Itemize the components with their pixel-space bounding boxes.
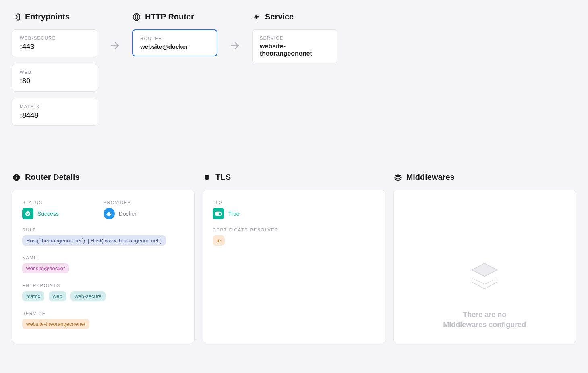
layers-icon (393, 173, 402, 182)
tls-text: True (228, 210, 239, 217)
router-value: website@docker (140, 43, 209, 50)
entrypoint-card-matrix[interactable]: MATRIX :8448 (12, 98, 97, 126)
shield-icon (203, 173, 211, 182)
entrypoints-header: Entrypoints (12, 12, 97, 21)
tls-header: TLS (203, 173, 385, 182)
router-label: ROUTER (140, 36, 209, 41)
service-label: SERVICE (260, 35, 330, 40)
empty-message: There are no Middlewares configured (443, 310, 526, 330)
http-router-column: HTTP Router ROUTER website@docker (132, 12, 217, 63)
entrypoint-label: WEB-SECURE (20, 35, 90, 40)
resolver-chip[interactable]: le (213, 235, 225, 246)
details-row: Router Details STATUS Success PROVIDER (12, 173, 576, 343)
svg-point-15 (219, 213, 221, 215)
layers-empty-icon (466, 260, 503, 298)
info-icon (12, 173, 21, 182)
svg-marker-16 (394, 174, 401, 177)
router-card[interactable]: ROUTER website@docker (132, 29, 217, 56)
service-card[interactable]: SERVICE website-theorangeonenet (252, 29, 337, 63)
rule-label: RULE (22, 227, 184, 232)
provider-label: PROVIDER (104, 200, 185, 205)
svg-rect-10 (108, 213, 109, 214)
arrow-2 (217, 12, 252, 52)
entrypoint-value: :443 (20, 43, 90, 51)
svg-marker-17 (472, 263, 497, 276)
tls-panel: TLS TLS True CERTIFICATE RESOLVER le (203, 173, 385, 343)
arrow-right-icon (110, 40, 120, 52)
service-value: website-theorangeonenet (260, 43, 330, 57)
docker-icon (104, 208, 115, 219)
globe-icon (132, 13, 141, 21)
status-label: STATUS (22, 200, 104, 205)
entrypoint-chip[interactable]: web (49, 291, 66, 301)
entrypoint-label: MATRIX (20, 104, 90, 109)
entrypoint-label: WEB (20, 70, 90, 75)
entrypoint-card-web[interactable]: WEB :80 (12, 64, 97, 92)
middlewares-panel: Middlewares There are no Middlewares con… (393, 173, 576, 343)
login-icon (12, 13, 21, 21)
tls-body: TLS True CERTIFICATE RESOLVER le (203, 190, 385, 343)
arrow-right-icon (230, 40, 240, 52)
entrypoint-value: :8448 (20, 111, 90, 120)
entrypoints-label: ENTRYPOINTS (22, 283, 184, 288)
svg-rect-13 (109, 212, 110, 213)
arrow-1 (97, 12, 132, 52)
empty-line-1: There are no (443, 310, 526, 320)
tls-label: TLS (213, 200, 375, 205)
middlewares-title: Middlewares (406, 173, 455, 182)
http-router-title: HTTP Router (145, 12, 194, 21)
middlewares-body: There are no Middlewares configured (393, 190, 576, 343)
svg-rect-9 (107, 213, 108, 214)
svg-rect-7 (16, 175, 17, 176)
router-details-header: Router Details (12, 173, 195, 182)
service-column: Service SERVICE website-theorangeonenet (252, 12, 337, 70)
service-label: SERVICE (22, 311, 184, 316)
service-chip[interactable]: website-theorangeonenet (22, 319, 89, 329)
http-router-header: HTTP Router (132, 12, 217, 21)
provider-text: Docker (119, 210, 137, 217)
svg-rect-11 (109, 213, 110, 214)
check-icon (22, 208, 33, 219)
router-details-title: Router Details (25, 173, 80, 182)
middlewares-empty-state: There are no Middlewares configured (404, 200, 566, 333)
bolt-icon (252, 13, 261, 21)
empty-line-2: Middlewares configured (443, 320, 526, 330)
name-label: NAME (22, 255, 184, 260)
svg-rect-12 (108, 212, 109, 213)
entrypoints-title: Entrypoints (25, 12, 70, 21)
name-chip[interactable]: website@docker (22, 263, 69, 273)
toggle-on-icon (213, 208, 224, 219)
resolver-label: CERTIFICATE RESOLVER (213, 227, 375, 232)
entrypoint-value: :80 (20, 77, 90, 85)
entrypoints-column: Entrypoints WEB-SECURE :443 WEB :80 MATR… (12, 12, 97, 132)
middlewares-header: Middlewares (393, 173, 576, 182)
tls-title: TLS (215, 173, 231, 182)
flow-row: Entrypoints WEB-SECURE :443 WEB :80 MATR… (12, 12, 576, 132)
router-details-panel: Router Details STATUS Success PROVIDER (12, 173, 195, 343)
service-header: Service (252, 12, 337, 21)
entrypoint-chip[interactable]: matrix (22, 291, 44, 301)
entrypoint-card-web-secure[interactable]: WEB-SECURE :443 (12, 29, 97, 57)
service-title: Service (265, 12, 294, 21)
svg-rect-6 (16, 177, 17, 179)
router-details-body: STATUS Success PROVIDER Docker (12, 190, 195, 343)
entrypoint-chip[interactable]: web-secure (70, 291, 106, 301)
status-text: Success (37, 210, 59, 217)
rule-chip[interactable]: Host(`theorangeone.net`) || Host(`www.th… (22, 235, 166, 246)
